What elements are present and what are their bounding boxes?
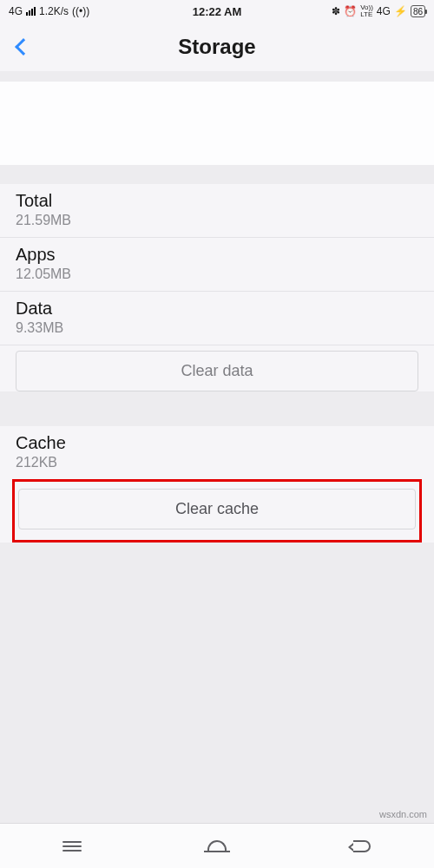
row-total-label: Total <box>16 191 418 211</box>
row-cache: Cache 212KB <box>0 426 434 479</box>
nav-menu-button[interactable] <box>46 829 98 864</box>
nav-home-button[interactable] <box>191 829 243 864</box>
alarm-icon: ⏰ <box>344 5 357 17</box>
menu-icon <box>62 838 82 854</box>
row-total-value: 21.59MB <box>16 213 418 228</box>
status-bar: 4G 1.2K/s ((•)) 12:22 AM ✽ ⏰ Vo))LTE 4G … <box>0 0 434 23</box>
row-apps: Apps 12.05MB <box>0 238 434 292</box>
chevron-left-icon <box>15 38 32 56</box>
clear-cache-highlight: Clear cache <box>12 479 422 542</box>
page-title: Storage <box>0 35 434 59</box>
system-nav-bar <box>0 823 434 868</box>
network-speed: 1.2K/s <box>39 5 69 17</box>
storage-section: Total 21.59MB Apps 12.05MB Data 9.33MB C… <box>0 184 434 391</box>
back-button[interactable] <box>0 26 42 68</box>
row-data-label: Data <box>16 299 418 319</box>
charging-icon: ⚡ <box>394 5 407 17</box>
row-data: Data 9.33MB <box>0 292 434 345</box>
app-header: Storage <box>0 23 434 71</box>
home-icon <box>204 840 230 852</box>
row-data-value: 9.33MB <box>16 320 418 336</box>
row-cache-label: Cache <box>16 433 418 453</box>
bluetooth-icon: ✽ <box>332 5 340 17</box>
row-cache-value: 212KB <box>16 455 418 470</box>
hotspot-icon: ((•)) <box>72 5 89 17</box>
row-total: Total 21.59MB <box>0 184 434 238</box>
row-apps-value: 12.05MB <box>16 266 418 282</box>
network-type: 4G <box>9 5 23 17</box>
row-apps-label: Apps <box>16 245 418 265</box>
watermark: wsxdn.com <box>379 809 427 819</box>
back-icon <box>353 840 371 852</box>
battery-icon: 86 <box>411 5 425 17</box>
volte-icon: Vo))LTE <box>360 4 373 18</box>
app-identity-card <box>0 82 434 165</box>
cache-section: Cache 212KB Clear cache <box>0 426 434 542</box>
data-gen: 4G <box>377 5 391 17</box>
signal-icon <box>26 7 36 16</box>
nav-back-button[interactable] <box>336 829 388 864</box>
clear-cache-button[interactable]: Clear cache <box>18 489 416 529</box>
clear-data-button[interactable]: Clear data <box>16 351 418 391</box>
